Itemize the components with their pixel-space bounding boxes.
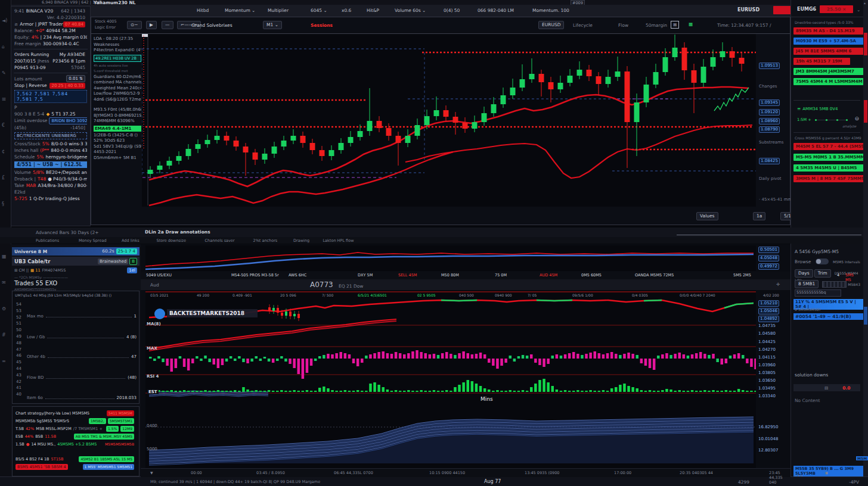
striped-range[interactable] — [822, 281, 847, 288]
rail-icon-9-icon[interactable]: ▦ — [2, 254, 7, 259]
chart-foot-button-0[interactable]: Values — [696, 212, 718, 220]
risk-slider[interactable]: 1:5M +⊖ — [797, 117, 859, 123]
order-row-red[interactable]: J45 M 81E 5MM5 4MM 6 — [793, 48, 864, 55]
menu-item-9[interactable]: Momentum. 100 — [532, 8, 569, 13]
watch-row[interactable]: P — [11, 104, 90, 111]
bottom-tab-10[interactable]: 5M5 2M5 — [733, 273, 751, 278]
menu-item-8[interactable]: 066 982-040 LM — [478, 8, 514, 13]
bottom-tab-7[interactable]: AUD 45M — [540, 273, 557, 278]
depth-row[interactable]: Low / Gb4 (B) — [27, 335, 137, 339]
bottom-tab-2[interactable]: AWS 6HC — [289, 273, 306, 278]
menu-item-7[interactable]: 0(4) 50 — [444, 8, 460, 13]
watch-row[interactable]: P0945 913-0957045 — [11, 64, 90, 71]
text-input[interactable]: 5555555555bq — [795, 289, 841, 297]
rail-icon-6-icon[interactable]: £ — [2, 175, 5, 180]
signal-row-red[interactable]: M45M 5 EL 57 7 - 44.4 (5M59 — [793, 143, 864, 150]
draw-menu-item-4[interactable]: Channels saver — [205, 238, 235, 243]
rail-icon-0-icon[interactable]: ◄) — [2, 18, 7, 23]
chart-right-tool-2[interactable]: Flow — [618, 23, 628, 28]
rail-icon-1-icon[interactable]: ⌂ — [2, 44, 5, 49]
watch-row[interactable]: Ver. 4.0-2200310 — [11, 14, 90, 21]
watch-row[interactable]: Inches hall(P**840-0-0 mins 4328 — [11, 147, 90, 154]
watch-row[interactable]: Lots amount0.01 ⇅ — [11, 75, 90, 82]
depth-row[interactable]: Other 4b47 — [27, 354, 137, 359]
signal-row-red[interactable]: 3MM5 M | 8 M5 7 45F 75MM9 — [793, 175, 864, 182]
main-chart-canvas[interactable] — [142, 34, 756, 207]
menu-item-2[interactable]: Multiplier — [268, 8, 289, 13]
depth-row[interactable]: Flow BD(4B) — [27, 375, 137, 380]
watch-row[interactable]: (45b)-1450] — [11, 124, 90, 131]
bottom-tab-3[interactable]: DXY 5M — [358, 273, 373, 278]
menu-item-6[interactable]: Volume 60s ⌄ — [395, 8, 426, 13]
watch-row[interactable]: 5-7251 Q-Dr trading-Q Jdess — [11, 195, 90, 202]
bottom-tab-5[interactable]: M50 80M — [441, 273, 459, 278]
rail-icon-13-icon[interactable]: ≡ — [2, 359, 6, 364]
watch-row[interactable]: 900 3 8 E 5-4◆5 T1 37.25 — [11, 111, 90, 117]
layout-icon[interactable]: ⊞ — [671, 21, 679, 29]
cable-row[interactable]: UB3 Cable/trBrainwashedB — [12, 257, 140, 266]
slider-minus-icon[interactable]: ⊖ — [854, 116, 859, 122]
chart-foot-button-1[interactable]: 1a — [753, 212, 765, 220]
watch-row[interactable]: Limit overdoseBRIDN BHO 3092 52- — [11, 117, 90, 124]
chart-right-tool-0[interactable]: EURUSD — [538, 21, 564, 29]
axis-search-icon[interactable]: ⌕ — [805, 470, 807, 476]
watch-row[interactable]: E2kd — [11, 189, 90, 195]
rail-icon-5-icon[interactable]: ¢ — [2, 149, 5, 154]
watch-row[interactable]: 2007/015JhessP23456 8 1pm — [11, 58, 90, 64]
watch-row[interactable]: Equity:4%| 234 Avg margin 030 — [11, 34, 90, 40]
price-tag[interactable]: 1.09513 — [759, 63, 780, 69]
alert-row[interactable]: Chart strategy/Jhery-Va Low) M5M5M55411 … — [13, 409, 139, 417]
watch-row[interactable]: Volume5/8%BE20+/Deposit and Dhd — [11, 169, 90, 176]
bottom-tab-9[interactable]: OANDA M5M5 72M5 — [635, 273, 674, 278]
right-caret-icon[interactable]: ⌄ — [857, 7, 860, 13]
alert-row[interactable]: T.5B42%M5B M55L-M5P2M/7 TM5M5M1 +1.5%12M… — [13, 425, 139, 432]
menu-item-0[interactable]: Hitbd — [197, 8, 209, 13]
rail-icon-7-icon[interactable]: § — [2, 201, 4, 207]
draw-menu-item-5[interactable]: 2%t anchors — [253, 238, 278, 243]
bottom-tab-8[interactable]: 0M5 60M5 — [581, 273, 602, 278]
alert-row[interactable]: B5M5 45M51 '5B 5B5M 41 M55' M5M5M51 5M5M… — [13, 463, 139, 471]
slider-track[interactable] — [815, 120, 847, 120]
nav-badge[interactable]: M5M — [856, 456, 868, 460]
draw-menu-item-2[interactable]: Add links — [122, 238, 140, 243]
bottom-tab-0[interactable]: 5049 US/EXU — [146, 273, 172, 278]
rail-icon-10-icon[interactable]: ✉ — [2, 280, 6, 285]
browse-toggle[interactable] — [816, 258, 829, 264]
price-tag[interactable]: 1.08425 — [759, 158, 780, 164]
blue-bar-3[interactable]: M55B 35 5YB9) B ... G 3M9 5L5Y5MB — [793, 466, 864, 476]
watch-selected-row[interactable]: 4/551 | ~ U5B ~ | 612.5L — [14, 161, 87, 168]
rail-icon-12-icon[interactable]: # — [2, 332, 6, 338]
menu-item-4[interactable]: x0.6 — [342, 8, 351, 13]
rail-icon-11-icon[interactable]: ⚙ — [2, 306, 6, 311]
trim-button[interactable]: Trim — [814, 269, 831, 278]
order-row-red[interactable]: 89M35 M A5 - D4 15.M19 — [793, 27, 864, 35]
chart-tool-2-icon[interactable]: — — [162, 21, 173, 29]
price-tag[interactable]: 1.09345 — [759, 99, 780, 106]
draw-menu-item-6[interactable]: Drawing — [293, 238, 309, 243]
eq-icon[interactable]: ⊟ — [824, 385, 828, 391]
overview-spark-chart[interactable] — [145, 245, 756, 271]
draw-menu-item-0[interactable]: Publications — [36, 238, 59, 243]
watch-row[interactable]: Schedule5%herngyro-bridgeness — [11, 154, 90, 160]
order-row-green[interactable]: JM3 8MM45M J4M3M5M7 — [793, 68, 864, 75]
watch-row[interactable]: TakeMABA34/Bra-34/800 / B00- — [11, 182, 90, 189]
watch-row[interactable]: Free margin300-00934-0.4C — [11, 40, 90, 47]
rail-icon-3-icon[interactable]: ⊞ — [2, 96, 6, 102]
chart-grid-label[interactable]: Grand Solvebrixes — [191, 23, 232, 28]
bottom-tab-12[interactable]: 5M5 M5 — [845, 273, 854, 282]
chart-tool-0-icon[interactable]: ⊙− — [127, 21, 142, 29]
draw-menu-item-3[interactable]: Store downsize — [157, 238, 186, 243]
rail-icon-2-icon[interactable]: ✎ — [2, 70, 6, 76]
menu-item-1[interactable]: Momentum ⌄ — [225, 8, 255, 13]
expand-icon[interactable]: ✛ — [776, 282, 780, 287]
alert-row[interactable]: M5M5M5b 5g5M55 Tr5M5r51M5B2,5M5M5T5M1 — [13, 417, 139, 425]
days-button[interactable]: Days — [795, 269, 813, 278]
indicator-chart-canvas[interactable]: BACKTESTMARKETS2018 — [145, 291, 756, 468]
price-tag[interactable]: 1.08960 — [759, 118, 780, 124]
watch-row[interactable]: Balance:+0*40944 58.2M — [11, 27, 90, 34]
right-sell-button[interactable]: 25.50 × — [820, 5, 853, 13]
calendar-icon[interactable]: ▦ — [689, 21, 693, 27]
alert-row[interactable]: E5B44%B5B11.5BAB M55 TM1 & M5M..M5Y 45M5 — [13, 432, 139, 440]
bottom-tab-4[interactable]: SELL 45M — [398, 273, 417, 278]
menu-item-3[interactable]: 6045 ⌄ — [311, 8, 327, 13]
